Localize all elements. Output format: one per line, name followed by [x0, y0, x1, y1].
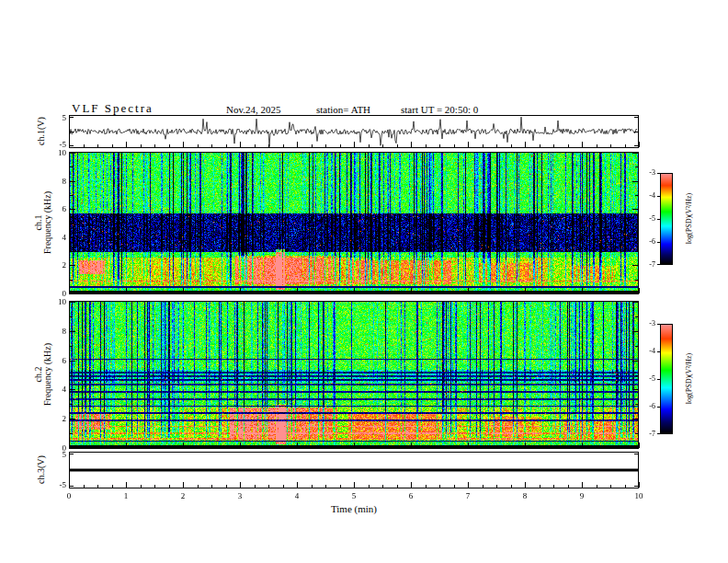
x-tick	[439, 291, 440, 293]
y-tick	[632, 447, 638, 448]
x-tick	[84, 485, 85, 488]
colorbar-tick-label: -7	[636, 430, 655, 438]
y-tick	[634, 454, 638, 454]
x-tick	[240, 442, 241, 448]
x-tick	[553, 445, 554, 448]
x-tick	[369, 485, 370, 488]
y-tick	[70, 361, 75, 362]
x-tick	[426, 144, 427, 147]
y-tick-label: 8	[44, 327, 66, 336]
y-tick	[70, 237, 75, 238]
x-tick	[340, 445, 341, 448]
x-tick	[553, 144, 554, 147]
y-tick	[70, 433, 73, 434]
x-tick	[582, 288, 583, 293]
x-tick	[496, 445, 497, 448]
x-tick	[198, 291, 199, 293]
x-tick-label: 0	[60, 491, 78, 500]
x-tick	[141, 144, 142, 147]
x-tick	[198, 485, 199, 488]
x-tick	[639, 442, 640, 448]
y-tick-label: 2	[44, 260, 66, 270]
x-tick	[69, 482, 70, 488]
colorbar-tick	[657, 324, 660, 325]
x-tick	[382, 144, 383, 147]
y-tick	[70, 316, 73, 317]
x-tick	[639, 482, 640, 488]
x-tick	[255, 485, 256, 488]
y-tick	[634, 145, 638, 146]
x-tick	[183, 288, 184, 293]
x-tick	[511, 445, 512, 448]
y-tick-label: 6	[44, 204, 66, 213]
x-tick	[426, 445, 427, 448]
x-tick	[141, 485, 142, 488]
y-tick	[70, 447, 75, 448]
y-tick	[632, 302, 638, 303]
x-tick	[297, 442, 298, 448]
y-tick	[70, 251, 73, 252]
x-tick	[126, 442, 127, 448]
colorbar-tick-label: -3	[636, 319, 655, 327]
x-tick	[169, 291, 170, 293]
colorbar-tick-label: -4	[636, 191, 655, 200]
y-tick	[632, 419, 638, 419]
x-tick	[268, 445, 269, 448]
colorbar-tick	[657, 173, 660, 174]
x-tick	[126, 482, 127, 488]
y-tick	[634, 470, 638, 471]
x-tick	[639, 142, 640, 147]
colorbar-tick-label: -5	[636, 374, 655, 383]
y-tick	[634, 117, 638, 118]
x-tick	[97, 485, 98, 488]
x-tick	[112, 485, 113, 488]
x-tick	[211, 485, 212, 488]
x-tick	[268, 291, 269, 293]
x-tick	[540, 291, 540, 293]
start-ut-label: start UT = 20:50: 0	[401, 104, 478, 115]
x-tick	[325, 485, 326, 488]
y-tick-label: 5	[44, 450, 66, 459]
y-tick-label: 6	[44, 356, 66, 365]
y-tick	[634, 132, 638, 132]
x-tick	[297, 142, 298, 147]
x-tick	[283, 485, 284, 488]
colorbar-tick	[657, 433, 660, 434]
y-tick	[70, 117, 74, 118]
x-tick	[496, 144, 497, 147]
x-tick	[154, 144, 155, 147]
x-tick	[312, 291, 313, 293]
x-tick	[454, 144, 455, 147]
y-tick	[70, 224, 73, 224]
x-tick	[525, 288, 526, 293]
y-tick	[635, 316, 638, 317]
x-tick	[553, 291, 554, 293]
x-tick	[426, 485, 427, 488]
x-tick	[354, 288, 355, 293]
x-tick	[511, 291, 512, 293]
x-tick	[312, 445, 313, 448]
x-tick	[454, 291, 455, 293]
x-tick	[84, 291, 85, 293]
y-tick-label: 4	[44, 385, 66, 394]
y-tick	[70, 167, 73, 167]
y-tick	[635, 280, 638, 281]
x-tick	[426, 291, 427, 293]
x-tick	[397, 144, 398, 147]
x-tick-label: 3	[231, 491, 249, 500]
x-tick	[496, 291, 497, 293]
colorbar-tick-label: -7	[636, 260, 655, 269]
colorbar-tick	[657, 379, 660, 380]
y-tick	[70, 195, 73, 196]
colorbar-tick	[657, 196, 660, 197]
x-tick	[382, 291, 383, 293]
x-tick	[354, 142, 355, 147]
x-tick	[325, 291, 326, 293]
y-tick	[70, 132, 74, 132]
x-tick-label: 9	[573, 491, 591, 500]
y-tick-label: 10	[44, 297, 66, 306]
x-tick	[568, 445, 569, 448]
x-tick	[625, 485, 626, 488]
y-tick	[70, 145, 74, 146]
x-tick	[610, 445, 611, 448]
